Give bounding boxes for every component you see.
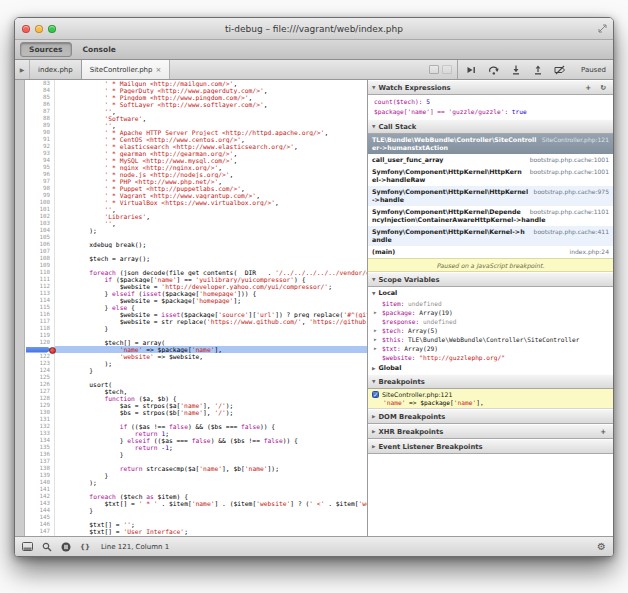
line-number-gutter[interactable]: 140 <box>25 479 55 486</box>
line-number-gutter[interactable]: 144 <box>25 507 55 514</box>
line-number-gutter[interactable]: 104 <box>25 227 55 234</box>
code-editor[interactable]: 83 ' * Mailgun <http://mailgun.com/>',84… <box>15 80 368 536</box>
file-tab-sitecontroller.php[interactable]: SiteController.php× <box>81 60 171 79</box>
deactivate-breakpoints-button[interactable] <box>550 62 570 77</box>
console-drawer-icon[interactable] <box>22 542 33 551</box>
line-number-gutter[interactable]: 147 <box>25 528 55 535</box>
scope-variable-row[interactable]: ▶$txt: Array(29) <box>368 344 613 353</box>
line-number-gutter[interactable]: 100 <box>25 199 55 206</box>
line-number-gutter[interactable]: 127 <box>25 388 55 395</box>
line-number-gutter[interactable]: 103 <box>25 220 55 227</box>
line-number-gutter[interactable]: 99 <box>25 192 55 199</box>
line-number-gutter[interactable]: 113 <box>25 290 55 297</box>
line-number-gutter[interactable]: 118 <box>25 325 55 332</box>
disclosure-closed-icon[interactable]: ▶ <box>374 344 377 353</box>
search-icon[interactable] <box>42 542 52 552</box>
breakpoint-item[interactable]: ✓SiteController.php:121'name' => $packag… <box>368 389 613 409</box>
line-number-gutter[interactable]: 90 <box>25 129 55 136</box>
call-stack-frame[interactable]: bootstrap.php.cache:1001call_user_func_a… <box>368 154 613 166</box>
step-into-button[interactable] <box>506 62 526 77</box>
line-number-gutter[interactable]: 86 <box>25 101 55 108</box>
line-number-gutter[interactable]: 84 <box>25 87 55 94</box>
line-number-gutter[interactable]: 92 <box>25 143 55 150</box>
line-number-gutter[interactable]: 105 <box>25 234 55 241</box>
line-number-gutter[interactable]: 125 <box>25 374 55 381</box>
add-xhr-breakpoint-icon[interactable]: + <box>597 428 609 436</box>
step-over-button[interactable] <box>484 62 504 77</box>
disclosure-closed-icon[interactable]: ▶ <box>374 308 377 317</box>
line-number-gutter[interactable]: 123 <box>25 360 55 367</box>
line-number-gutter[interactable]: 111 <box>25 276 55 283</box>
line-number-gutter[interactable]: 108 <box>25 255 55 262</box>
call-stack-frame[interactable]: bootstrap.php.cache:1001Symfony\Componen… <box>368 166 613 186</box>
line-number-gutter[interactable]: 112 <box>25 283 55 290</box>
line-number-gutter[interactable]: 124 <box>25 367 55 374</box>
breakpoints-header[interactable]: ▼ Breakpoints <box>368 374 613 389</box>
line-number-gutter[interactable]: 95 <box>25 164 55 171</box>
line-number-gutter[interactable]: 115 <box>25 304 55 311</box>
line-number-gutter[interactable]: 131 <box>25 416 55 423</box>
call-stack-frame[interactable]: bootstrap.php.cache:975Symfony\Component… <box>368 186 613 206</box>
line-number-gutter[interactable]: 85 <box>25 94 55 101</box>
line-number-gutter[interactable]: 136 <box>25 451 55 458</box>
line-number-gutter[interactable]: 83 <box>25 80 55 87</box>
execution-pointer-gutter[interactable]: 121 <box>25 346 55 353</box>
line-number-gutter[interactable]: 106 <box>25 241 55 248</box>
line-number-gutter[interactable]: 94 <box>25 157 55 164</box>
line-number-gutter[interactable]: 143 <box>25 500 55 507</box>
scope-variables-header[interactable]: ▼ Scope Variables <box>368 272 613 287</box>
settings-gear-icon[interactable]: ⚙ <box>597 542 606 552</box>
line-number-gutter[interactable]: 114 <box>25 297 55 304</box>
line-number-gutter[interactable]: 141 <box>25 486 55 493</box>
line-number-gutter[interactable]: 88 <box>25 115 55 122</box>
fullscreen-icon[interactable] <box>598 24 607 33</box>
call-stack-header[interactable]: ▼ Call Stack <box>368 119 613 134</box>
line-number-gutter[interactable]: 142 <box>25 493 55 500</box>
title-bar[interactable]: ti-debug – file:///vagrant/web/index.php <box>15 18 613 40</box>
toolbar-tab-sources[interactable]: Sources <box>20 42 72 57</box>
call-stack-frame[interactable]: index.php:24(main) <box>368 246 613 258</box>
line-number-gutter[interactable]: 135 <box>25 444 55 451</box>
line-number-gutter[interactable]: 101 <box>25 206 55 213</box>
zoom-window-icon[interactable] <box>48 25 56 33</box>
close-tab-icon[interactable]: × <box>155 66 161 74</box>
line-number-gutter[interactable]: 139 <box>25 472 55 479</box>
event-listener-breakpoints-header[interactable]: ▶ Event Listener Breakpoints <box>368 439 613 454</box>
refresh-watch-icon[interactable]: ↻ <box>597 84 609 92</box>
line-number-gutter[interactable]: 98 <box>25 185 55 192</box>
line-number-gutter[interactable]: 128 <box>25 395 55 402</box>
line-number-gutter[interactable]: 148 <box>25 535 55 536</box>
scope-variable-row[interactable]: ▶$tech: Array(5) <box>368 326 613 335</box>
call-stack-frame[interactable]: bootstrap.php.cache:1101Symfony\Componen… <box>368 206 613 226</box>
scope-variable-row[interactable]: $website: "http://guzzlephp.org/" <box>368 353 613 362</box>
line-number-gutter[interactable]: 120 <box>25 339 55 346</box>
xhr-breakpoints-header[interactable]: ▶ XHR Breakpoints + <box>368 424 613 439</box>
minimize-window-icon[interactable] <box>35 25 43 33</box>
line-number-gutter[interactable]: 133 <box>25 430 55 437</box>
open-files-icon[interactable] <box>429 65 439 74</box>
toolbar-tab-console[interactable]: Console <box>74 42 125 57</box>
watch-expressions-header[interactable]: ▼ Watch Expressions + ↻ <box>368 80 613 95</box>
disclosure-closed-icon[interactable]: ▶ <box>374 335 377 344</box>
resume-button[interactable] <box>462 62 482 77</box>
line-number-gutter[interactable]: 138 <box>25 465 55 472</box>
line-number-gutter[interactable]: 107 <box>25 248 55 255</box>
line-number-gutter[interactable]: 126 <box>25 381 55 388</box>
file-navigator-toggle-icon[interactable]: ▶ <box>15 60 30 79</box>
line-number-gutter[interactable]: 119 <box>25 332 55 339</box>
line-number-gutter[interactable]: 87 <box>25 108 55 115</box>
file-tab-index.php[interactable]: index.php <box>30 60 82 79</box>
breakpoint-checkbox[interactable]: ✓ <box>372 391 379 398</box>
line-number-gutter[interactable]: 96 <box>25 171 55 178</box>
watch-expression-row[interactable]: $package['name'] == 'guzzle/guzzle': tru… <box>368 107 613 117</box>
line-number-gutter[interactable]: 117 <box>25 318 55 325</box>
add-watch-icon[interactable]: + <box>582 84 594 92</box>
line-number-gutter[interactable]: 145 <box>25 514 55 521</box>
line-number-gutter[interactable]: 146 <box>25 521 55 528</box>
scope-local-section[interactable]: ▼ Local <box>368 287 613 299</box>
line-number-gutter[interactable]: 116 <box>25 311 55 318</box>
line-number-gutter[interactable]: 110 <box>25 269 55 276</box>
line-number-gutter[interactable]: 129 <box>25 402 55 409</box>
line-number-gutter[interactable]: 93 <box>25 150 55 157</box>
call-stack-frame[interactable]: bootstrap.php.cache:411Symfony\Component… <box>368 226 613 246</box>
